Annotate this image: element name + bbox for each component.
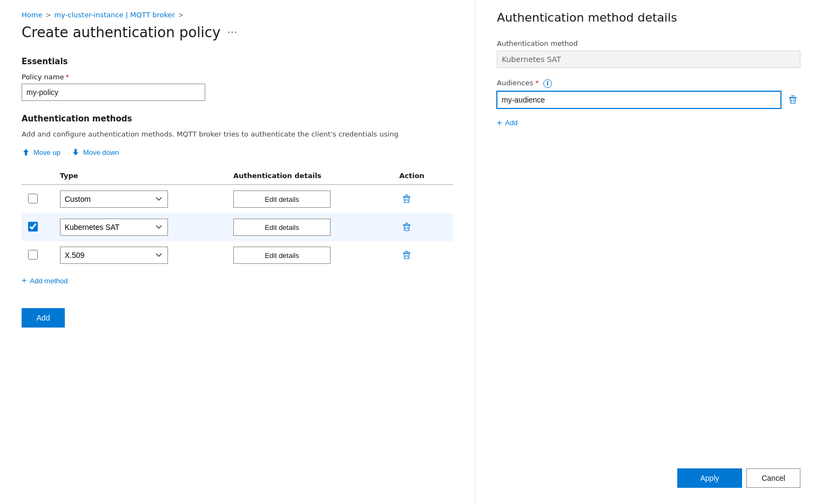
breadcrumb-sep2: > <box>178 11 184 19</box>
add-method-label: Add method <box>30 277 68 285</box>
add-button[interactable]: Add <box>22 308 65 328</box>
row2-delete-button[interactable] <box>399 220 414 235</box>
row1-delete-button[interactable] <box>399 192 414 207</box>
policy-name-input[interactable] <box>22 84 205 101</box>
policy-name-required: * <box>65 73 69 81</box>
row1-type-cell: Custom Kubernetes SAT X.509 Username/Pas… <box>53 185 227 213</box>
row1-checkbox[interactable] <box>28 194 38 203</box>
breadcrumb-home[interactable]: Home <box>22 11 42 19</box>
row1-delete-icon <box>401 194 412 205</box>
breadcrumb-cluster[interactable]: my-cluster-instance | MQTT broker <box>54 11 175 19</box>
row3-auth-cell: Edit details <box>227 241 393 269</box>
row2-edit-details-button[interactable]: Edit details <box>233 219 331 236</box>
left-panel: Home > my-cluster-instance | MQTT broker… <box>0 0 475 504</box>
svg-rect-13 <box>791 96 794 97</box>
col-header-auth-details: Authentication details <box>227 167 393 185</box>
audiences-input[interactable] <box>497 91 781 108</box>
page-ellipsis-menu[interactable]: ··· <box>227 26 237 39</box>
add-audience-plus-icon: + <box>497 118 502 128</box>
audiences-label: Audiences * i <box>497 79 800 88</box>
auth-method-value: Kubernetes SAT <box>497 51 800 68</box>
col-header-type: Type <box>53 167 227 185</box>
breadcrumb-sep1: > <box>45 11 51 19</box>
svg-rect-9 <box>405 251 408 252</box>
row1-auth-cell: Edit details <box>227 185 393 213</box>
move-up-label: Move up <box>33 148 60 156</box>
right-panel-title: Authentication method details <box>497 11 800 24</box>
row2-delete-icon <box>401 222 412 233</box>
move-down-label: Move down <box>83 148 119 156</box>
table-row: Custom Kubernetes SAT X.509 Username/Pas… <box>22 213 453 241</box>
auth-methods-section: Authentication methods Add and configure… <box>22 114 453 292</box>
row1-edit-details-button[interactable]: Edit details <box>233 190 331 208</box>
audiences-delete-icon <box>787 94 798 105</box>
audiences-input-row <box>497 91 800 108</box>
essentials-section: Essentials Policy name* <box>22 57 453 101</box>
svg-rect-5 <box>405 223 408 224</box>
breadcrumb: Home > my-cluster-instance | MQTT broker… <box>22 11 453 19</box>
auth-methods-table: Type Authentication details Action Custo… <box>22 167 453 269</box>
row1-checkbox-cell <box>22 185 53 213</box>
svg-rect-1 <box>405 195 408 196</box>
row1-action-cell <box>393 185 453 213</box>
audiences-required: * <box>535 79 539 87</box>
col-header-action: Action <box>393 167 453 185</box>
cancel-button[interactable]: Cancel <box>746 468 800 488</box>
row3-type-cell: Custom Kubernetes SAT X.509 Username/Pas… <box>53 241 227 269</box>
add-method-button[interactable]: + Add method <box>22 269 68 292</box>
move-up-icon <box>22 148 30 156</box>
essentials-title: Essentials <box>22 57 453 66</box>
row3-delete-icon <box>401 250 412 261</box>
policy-name-label: Policy name* <box>22 73 453 81</box>
row1-type-select[interactable]: Custom Kubernetes SAT X.509 Username/Pas… <box>60 190 168 208</box>
move-controls: Move up Move down <box>22 146 453 159</box>
move-down-button[interactable]: Move down <box>71 146 119 159</box>
table-row: Custom Kubernetes SAT X.509 Username/Pas… <box>22 185 453 213</box>
apply-button[interactable]: Apply <box>677 468 742 488</box>
add-audience-button[interactable]: + Add <box>497 114 800 132</box>
add-audience-label: Add <box>505 119 517 127</box>
row3-delete-button[interactable] <box>399 248 414 263</box>
page-title: Create authentication policy <box>22 24 220 40</box>
col-header-checkbox <box>22 167 53 185</box>
bottom-actions: Apply Cancel <box>677 468 800 488</box>
page-title-container: Create authentication policy ··· <box>22 24 453 40</box>
audiences-delete-button[interactable] <box>785 92 800 107</box>
move-up-button[interactable]: Move up <box>22 146 60 159</box>
row3-action-cell <box>393 241 453 269</box>
row2-auth-cell: Edit details <box>227 213 393 241</box>
table-row: Custom Kubernetes SAT X.509 Username/Pas… <box>22 241 453 269</box>
row3-type-select[interactable]: Custom Kubernetes SAT X.509 Username/Pas… <box>60 247 168 264</box>
row2-type-select[interactable]: Custom Kubernetes SAT X.509 Username/Pas… <box>60 219 168 236</box>
auth-methods-title: Authentication methods <box>22 114 453 124</box>
row3-checkbox-cell <box>22 241 53 269</box>
row3-checkbox[interactable] <box>28 250 38 260</box>
move-down-icon <box>71 148 80 156</box>
add-method-plus-icon: + <box>22 276 26 285</box>
auth-method-label: Authentication method <box>497 39 800 47</box>
row2-type-cell: Custom Kubernetes SAT X.509 Username/Pas… <box>53 213 227 241</box>
row2-checkbox-cell <box>22 213 53 241</box>
right-panel: Authentication method details Authentica… <box>475 0 822 504</box>
audiences-info-icon[interactable]: i <box>543 79 552 88</box>
row2-checkbox[interactable] <box>28 222 38 231</box>
row3-edit-details-button[interactable]: Edit details <box>233 247 331 264</box>
row2-action-cell <box>393 213 453 241</box>
auth-methods-desc: Add and configure authentication methods… <box>22 130 453 138</box>
